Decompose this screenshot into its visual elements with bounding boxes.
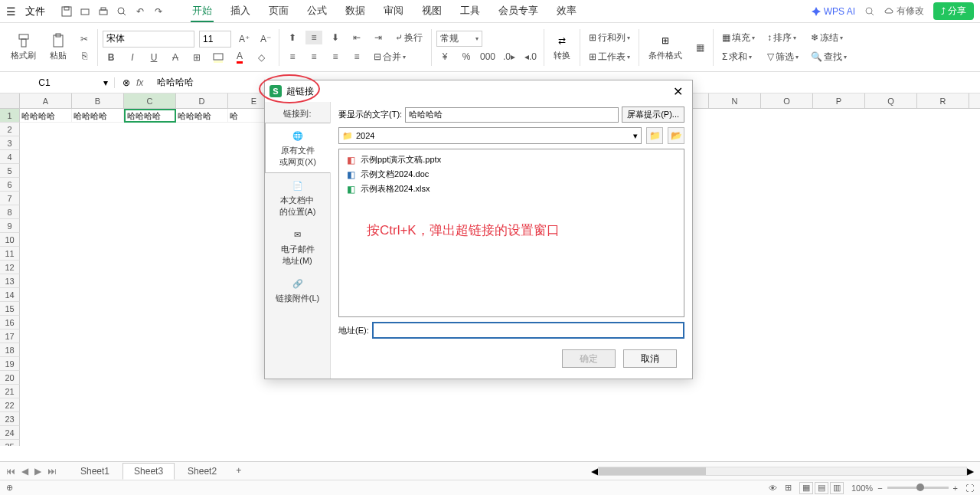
browse-button[interactable]: 📂 [668, 127, 684, 144]
increase-font-icon[interactable]: A⁺ [236, 32, 253, 46]
number-format-select[interactable]: 常规▾ [436, 31, 482, 47]
tab-formula[interactable]: 公式 [305, 1, 328, 22]
decimal-inc-icon[interactable]: .0▸ [501, 50, 518, 64]
convert-button[interactable]: ⇄ 转换 [549, 31, 575, 63]
grid-icon[interactable]: ⊞ [785, 483, 792, 493]
decimal-dec-icon[interactable]: ◂.0 [522, 50, 539, 64]
tab-efficiency[interactable]: 效率 [555, 1, 578, 22]
font-name-select[interactable] [103, 31, 194, 48]
col-header[interactable]: O [761, 93, 813, 108]
scroll-right-icon[interactable]: ▶ [967, 466, 974, 477]
row-header[interactable]: 22 [0, 398, 20, 412]
copy-icon[interactable]: ⎘ [76, 49, 93, 63]
address-input[interactable] [372, 322, 684, 339]
cancel-button[interactable]: 取消 [623, 349, 677, 368]
freeze-button[interactable]: ❄冻结▾ [807, 30, 847, 46]
zoom-slider[interactable] [887, 487, 949, 489]
row-header[interactable]: 21 [0, 385, 20, 398]
currency-icon[interactable]: ¥ [436, 50, 453, 64]
zoom-out-icon[interactable]: − [877, 484, 882, 493]
undo-icon[interactable]: ↶ [134, 5, 146, 18]
row-header[interactable]: 2 [0, 123, 20, 136]
filter-button[interactable]: ▽筛选▾ [763, 49, 802, 65]
cell[interactable]: 哈哈哈哈 [72, 109, 124, 123]
save-icon[interactable] [60, 5, 73, 18]
status-icon[interactable]: ⊕ [6, 483, 13, 493]
tab-member[interactable]: 会员专享 [497, 1, 540, 22]
col-header[interactable]: D [176, 93, 228, 108]
print-preview-icon[interactable] [79, 5, 91, 18]
row-header[interactable]: 12 [0, 261, 20, 274]
row-header[interactable]: 16 [0, 316, 20, 329]
sheet-prev-icon[interactable]: ◀ [21, 466, 28, 477]
file-menu[interactable]: 文件 [22, 5, 48, 18]
tab-data[interactable]: 数据 [344, 1, 367, 22]
row-header[interactable]: 4 [0, 150, 20, 164]
tab-page[interactable]: 页面 [267, 1, 290, 22]
col-header[interactable]: Q [865, 93, 917, 108]
horizontal-scrollbar[interactable]: ◀ ▶ [591, 466, 974, 477]
row-col-button[interactable]: ⊞行和列▾ [585, 30, 634, 46]
col-header[interactable]: P [813, 93, 865, 108]
align-bottom-icon[interactable]: ⬇ [327, 31, 344, 44]
row-header[interactable]: 25 [0, 440, 20, 446]
row-header[interactable]: 8 [0, 205, 20, 219]
link-existing-file[interactable]: 🌐 原有文件 或网页(X) [265, 123, 331, 173]
indent-decrease-icon[interactable]: ⇤ [348, 31, 365, 44]
chevron-down-icon[interactable]: ▾ [103, 77, 108, 88]
page-break-icon[interactable]: ▥ [830, 482, 844, 494]
row-header[interactable]: 13 [0, 274, 20, 288]
font-color-icon[interactable]: A [231, 51, 248, 64]
row-header[interactable]: 1 [0, 109, 20, 123]
underline-icon[interactable]: U [145, 51, 162, 64]
format-painter-button[interactable]: 格式刷 [6, 31, 41, 63]
fullscreen-icon[interactable]: ⛶ [965, 484, 974, 493]
row-header[interactable]: 17 [0, 329, 20, 343]
file-item[interactable]: ◧ 示例文档2024.doc [342, 167, 681, 182]
ok-button[interactable]: 确定 [562, 349, 616, 368]
find-button[interactable]: 🔍查找▾ [807, 49, 851, 65]
cell[interactable]: 哈哈哈哈 [20, 109, 72, 123]
search-icon[interactable] [864, 6, 875, 17]
row-header[interactable]: 5 [0, 164, 20, 178]
comma-icon[interactable]: 000 [479, 50, 496, 64]
scroll-thumb[interactable] [599, 467, 706, 475]
tab-review[interactable]: 审阅 [382, 1, 405, 22]
col-header[interactable]: A [20, 93, 72, 108]
cond-format-button[interactable]: ⊞ 条件格式 [644, 31, 687, 63]
align-left-icon[interactable]: ≡ [284, 50, 301, 64]
fill-button[interactable]: ▦填充▾ [718, 30, 759, 46]
cells-area[interactable]: 哈哈哈哈 哈哈哈哈 哈哈哈哈 哈哈哈哈 哈 [20, 109, 280, 446]
col-header[interactable]: C [124, 93, 176, 108]
row-header[interactable]: 6 [0, 178, 20, 192]
row-header[interactable]: 19 [0, 357, 20, 371]
row-header[interactable]: 18 [0, 343, 20, 357]
cell[interactable]: 哈哈哈哈 [176, 109, 228, 123]
redo-icon[interactable]: ↷ [152, 5, 165, 18]
row-header[interactable]: 11 [0, 247, 20, 261]
file-item[interactable]: ◧ 示例表格2024.xlsx [342, 182, 681, 196]
align-right-icon[interactable]: ≡ [327, 50, 344, 64]
wrap-button[interactable]: ⤶换行 [391, 30, 426, 46]
link-email[interactable]: ✉ 电子邮件 地址(M) [265, 222, 330, 271]
row-header[interactable]: 14 [0, 288, 20, 302]
col-header[interactable]: B [72, 93, 124, 108]
row-header[interactable]: 15 [0, 302, 20, 316]
border-icon[interactable]: ⊞ [188, 51, 205, 64]
select-all-corner[interactable] [0, 93, 20, 108]
sheet-tab[interactable]: Sheet1 [69, 463, 121, 480]
name-box[interactable]: ▾ [0, 77, 115, 88]
add-sheet-button[interactable]: + [230, 463, 247, 480]
sheet-last-icon[interactable]: ⏭ [47, 466, 57, 477]
tab-insert[interactable]: 插入 [229, 1, 252, 22]
sort-button[interactable]: ↕排序▾ [763, 30, 800, 46]
merge-button[interactable]: ⊟合并▾ [370, 49, 410, 65]
sheet-next-icon[interactable]: ▶ [34, 466, 41, 477]
up-folder-button[interactable]: 📁 [646, 127, 663, 144]
row-header[interactable]: 9 [0, 219, 20, 233]
row-header[interactable]: 3 [0, 136, 20, 150]
normal-view-icon[interactable]: ▦ [799, 482, 813, 494]
scroll-left-icon[interactable]: ◀ [591, 466, 598, 477]
close-icon[interactable]: ✕ [668, 84, 688, 99]
decrease-font-icon[interactable]: A⁻ [257, 32, 274, 46]
